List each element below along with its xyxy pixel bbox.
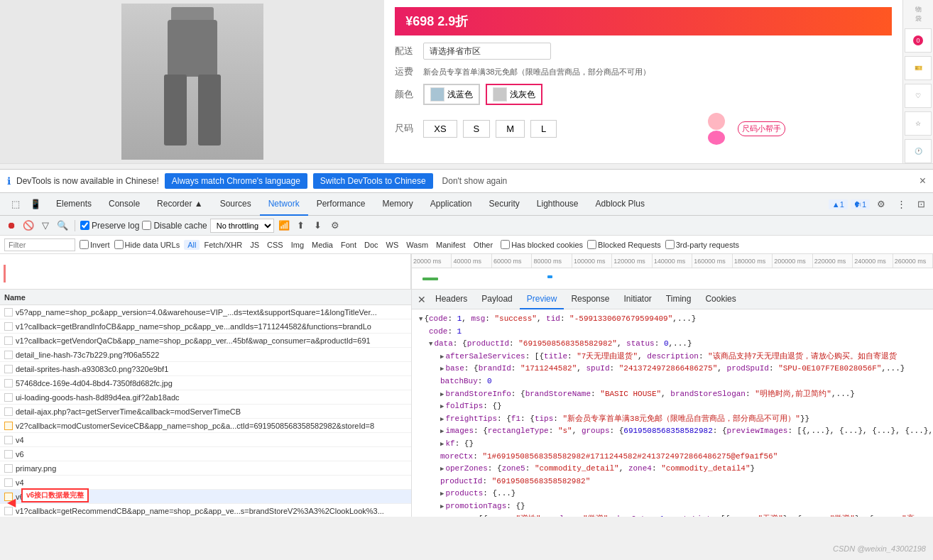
file-item-1[interactable]: v1?callback=getBrandInfoCB&app_name=shop…: [0, 319, 411, 334]
right-btn-bag[interactable]: 0: [905, 28, 932, 53]
match-language-button[interactable]: Always match Chrome's language: [165, 173, 307, 189]
json-line-12[interactable]: ▶operZones: {zone5: "commodity_detail", …: [418, 463, 927, 476]
filter-manifest[interactable]: Manifest: [432, 240, 469, 250]
clear-button[interactable]: 🚫: [21, 219, 36, 233]
size-m[interactable]: M: [496, 120, 525, 138]
file-item-8[interactable]: v2?callback=modCustomerSeviceCB&app_name…: [0, 419, 411, 433]
size-s[interactable]: S: [463, 120, 491, 138]
tab-adblock[interactable]: Adblock Plus: [587, 193, 653, 216]
right-btn-coupon[interactable]: 🎫: [905, 56, 932, 80]
tab-recorder[interactable]: Recorder ▲: [148, 193, 212, 216]
json-line-7[interactable]: ▶foldTips: {}: [418, 400, 927, 413]
file-item-14[interactable]: v1?callback=getRecommendCB&app_name=shop…: [0, 504, 411, 517]
invert-checkbox-label[interactable]: Invert: [80, 240, 110, 249]
tab-sources[interactable]: Sources: [212, 193, 260, 216]
settings-icon[interactable]: ⚙: [873, 196, 890, 213]
hide-data-urls-checkbox[interactable]: [114, 240, 124, 249]
record-button[interactable]: ⏺: [4, 219, 18, 233]
json-line-0[interactable]: ▼{code: 1, msg: "success", tid: "-599133…: [418, 313, 927, 326]
delivery-select[interactable]: 请选择省市区: [423, 43, 551, 60]
undock-icon[interactable]: ⊡: [912, 196, 929, 213]
close-notification-button[interactable]: ×: [920, 175, 926, 187]
file-item-0[interactable]: v5?app_name=shop_pc&app_version=4.0&ware…: [0, 305, 411, 319]
tab-initiator[interactable]: Initiator: [616, 290, 658, 309]
invert-checkbox[interactable]: [80, 240, 89, 249]
more-icon[interactable]: ⋮: [893, 196, 910, 213]
file-item-13[interactable]: v6 v6接口数据最完整 ◀: [0, 490, 411, 504]
json-line-16[interactable]: ▶props: [{name: "弹性", value: "微弹", hasOp…: [418, 513, 927, 517]
filter-font[interactable]: Font: [337, 240, 360, 250]
tab-network[interactable]: Network: [260, 193, 308, 216]
tab-headers[interactable]: Headers: [428, 290, 474, 309]
tab-security[interactable]: Security: [480, 193, 528, 216]
device-icon[interactable]: 📱: [27, 196, 44, 213]
json-line-3[interactable]: ▶afterSaleServices: [{title: "7天无理由退货", …: [418, 351, 927, 363]
filter-icon-btn[interactable]: ▽: [38, 219, 53, 233]
json-line-15[interactable]: ▶promotionTags: {}: [418, 500, 927, 513]
hide-data-urls-label[interactable]: Hide data URLs: [114, 240, 180, 249]
file-item-6[interactable]: ui-loading-goods-hash-8d89d4ea.gif?2ab18…: [0, 390, 411, 405]
tab-payload[interactable]: Payload: [474, 290, 519, 309]
json-line-8[interactable]: ▶freightTips: {f1: {tips: "新会员专享首单满38元免邮…: [418, 413, 927, 426]
tab-performance[interactable]: Performance: [308, 193, 374, 216]
file-item-11[interactable]: primary.png: [0, 461, 411, 476]
tab-memory[interactable]: Memory: [373, 193, 421, 216]
tab-elements[interactable]: Elements: [48, 193, 100, 216]
filter-wasm[interactable]: Wasm: [403, 240, 432, 250]
preserve-log-label[interactable]: Preserve log: [80, 221, 139, 231]
filter-input[interactable]: [4, 238, 75, 251]
file-item-10[interactable]: v6: [0, 447, 411, 461]
upload-icon[interactable]: ⬆: [294, 219, 308, 233]
size-xs[interactable]: XS: [423, 120, 457, 138]
filter-ws[interactable]: WS: [383, 240, 403, 250]
filter-doc[interactable]: Doc: [361, 240, 382, 250]
filter-all[interactable]: All: [184, 240, 200, 250]
right-btn-history[interactable]: 🕐: [905, 139, 932, 163]
disable-cache-checkbox[interactable]: [142, 221, 151, 230]
filter-other[interactable]: Other: [470, 240, 497, 250]
json-line-4[interactable]: ▶base: {brandId: "1711244582", spuId: "2…: [418, 363, 927, 375]
has-blocked-label[interactable]: Has blocked cookies: [501, 240, 583, 249]
download-icon[interactable]: ⬇: [311, 219, 325, 233]
json-line-9[interactable]: ▶images: {rectangleType: "s", groups: {6…: [418, 425, 927, 438]
tab-application[interactable]: Application: [422, 193, 481, 216]
size-helper-btn[interactable]: 尺码小帮手: [738, 121, 785, 136]
json-line-6[interactable]: ▶brandStoreInfo: {brandStoreName: "BASIC…: [418, 388, 927, 401]
json-line-10[interactable]: ▶kf: {}: [418, 438, 927, 451]
throttle-select[interactable]: No throttling: [210, 219, 274, 233]
settings-network-icon[interactable]: ⚙: [328, 219, 342, 233]
file-item-5[interactable]: 57468dce-169e-4d04-8bd4-7350f8d682fc.jpg: [0, 376, 411, 390]
tab-response[interactable]: Response: [564, 290, 616, 309]
has-blocked-checkbox[interactable]: [501, 240, 510, 249]
right-btn-heart[interactable]: ♡: [905, 84, 932, 108]
tab-cookies[interactable]: Cookies: [698, 290, 743, 309]
third-party-checkbox[interactable]: [665, 240, 675, 249]
tab-console[interactable]: Console: [100, 193, 148, 216]
preserve-log-checkbox[interactable]: [80, 221, 89, 230]
filter-css[interactable]: CSS: [263, 240, 287, 250]
right-btn-star[interactable]: ☆: [905, 111, 932, 136]
color-option-blue[interactable]: 浅蓝色: [423, 84, 480, 105]
wifi-icon[interactable]: 📶: [277, 219, 291, 233]
file-item-7[interactable]: detail-ajax.php?act=getServerTime&callba…: [0, 405, 411, 419]
close-panel-button[interactable]: ✕: [415, 293, 428, 306]
inspect-icon[interactable]: ⬚: [7, 196, 24, 213]
third-party-label[interactable]: 3rd-party requests: [665, 240, 739, 249]
size-l[interactable]: L: [530, 120, 557, 138]
json-line-2[interactable]: ▼data: {productId: "6919508568358582982"…: [418, 338, 927, 351]
file-item-4[interactable]: detail-sprites-hash-a93083c0.png?320e9bf…: [0, 362, 411, 376]
filter-media[interactable]: Media: [308, 240, 337, 250]
filter-js[interactable]: JS: [246, 240, 263, 250]
json-line-14[interactable]: ▶products: {...}: [418, 488, 927, 500]
file-item-9[interactable]: v4: [0, 433, 411, 447]
tab-timing[interactable]: Timing: [659, 290, 699, 309]
blocked-requests-label[interactable]: Blocked Requests: [587, 240, 661, 249]
file-item-2[interactable]: v1?callback=getVendorQaCb&app_name=shop_…: [0, 334, 411, 348]
search-button[interactable]: 🔍: [55, 219, 70, 233]
dont-show-button[interactable]: Don't show again: [442, 176, 508, 186]
tab-lighthouse[interactable]: Lighthouse: [528, 193, 587, 216]
blocked-requests-checkbox[interactable]: [587, 240, 596, 249]
filter-fetch-xhr[interactable]: Fetch/XHR: [200, 240, 246, 250]
switch-to-chinese-button[interactable]: Switch DevTools to Chinese: [313, 173, 433, 189]
tab-preview[interactable]: Preview: [520, 290, 564, 309]
